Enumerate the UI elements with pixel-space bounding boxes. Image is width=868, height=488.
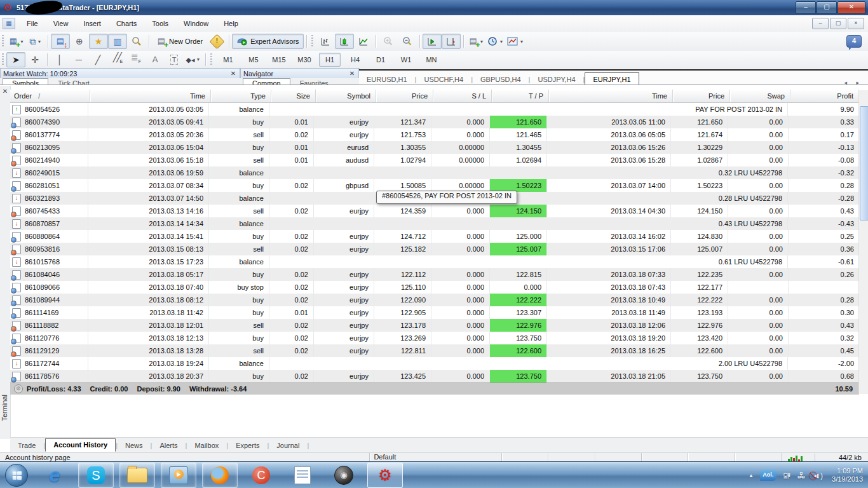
timeframe-m30[interactable]: M30	[294, 53, 315, 67]
mdi-minimize-button[interactable]: –	[812, 18, 829, 29]
show-hidden-icons-button[interactable]: ▲	[749, 473, 754, 478]
navigator-tab-common[interactable]: Common	[243, 78, 290, 85]
column-header-order[interactable]: Order/	[10, 90, 90, 102]
terminal-tab-alerts[interactable]: Alerts	[152, 440, 185, 452]
new-order-button[interactable]: ▤+ New Order	[152, 34, 207, 49]
aol-tray-icon[interactable]: Aol.	[760, 470, 776, 481]
chart-tab-scroll-arrows[interactable]: ◂ ▸	[844, 79, 863, 85]
cursor-tool-button[interactable]: ➤	[6, 52, 25, 67]
start-button[interactable]	[5, 464, 28, 487]
column-header-tp[interactable]: T / P	[492, 90, 549, 102]
terminal-tab-news[interactable]: News	[118, 440, 151, 452]
close-button[interactable]: ✕	[837, 1, 865, 14]
terminal-tab-trade[interactable]: Trade	[10, 440, 43, 452]
trendline-tool-button[interactable]: ╱	[88, 52, 107, 67]
toolbar-grip[interactable]	[210, 53, 213, 66]
menu-view[interactable]: View	[46, 17, 76, 30]
zoom-out-button[interactable]	[398, 34, 417, 49]
market-watch-header[interactable]: Market Watch: 10:09:23 ✕	[0, 68, 240, 78]
minimize-button[interactable]: –	[796, 1, 816, 14]
navigator-header[interactable]: Navigator ✕	[240, 68, 359, 78]
table-row[interactable]: ↓8610157682013.03.15 17:23balance0.61 LR…	[10, 255, 859, 268]
taskbar-internet-explorer-icon[interactable]: e	[37, 463, 72, 488]
timeframe-m15[interactable]: M15	[268, 53, 290, 67]
column-header-time[interactable]: Time	[549, 90, 673, 102]
timeframe-d1[interactable]: D1	[370, 53, 391, 67]
table-row[interactable]: 8610890662013.03.18 07:40buy stop0.02eur…	[10, 281, 859, 294]
table-row[interactable]: 8611291292013.03.18 13:28sell0.02eurjpy1…	[10, 344, 859, 357]
market-watch-close-icon[interactable]: ✕	[229, 70, 237, 77]
auto-scroll-button[interactable]	[423, 34, 442, 49]
table-row[interactable]: ↓8602490152013.03.06 19:59balance0.32 LR…	[10, 166, 859, 179]
terminal-tab-mailbox[interactable]: Mailbox	[187, 440, 226, 452]
market-watch-tab-symbols[interactable]: Symbols	[3, 78, 48, 85]
table-row[interactable]: 8608808642013.03.14 15:41buy0.02eurjpy12…	[10, 230, 859, 243]
arrows-tool-button[interactable]: ◆◂▼	[184, 52, 203, 67]
fibonacci-tool-button[interactable]: ≣F	[126, 52, 146, 67]
periods-button[interactable]: ▼	[485, 34, 505, 49]
column-header-time[interactable]: Time	[90, 90, 211, 102]
terminal-tab-journal[interactable]: Journal	[269, 440, 307, 452]
column-header-profit[interactable]: Profit	[790, 90, 859, 102]
toolbar-grip[interactable]	[1, 53, 4, 66]
table-row[interactable]: 8610899442013.03.18 08:12buy0.02eurjpy12…	[10, 294, 859, 306]
column-header-symbol[interactable]: Symbol	[316, 90, 376, 102]
timeframe-m1[interactable]: M1	[217, 53, 239, 67]
notification-bubble[interactable]: 4	[846, 35, 862, 48]
column-header-type[interactable]: Type	[211, 90, 271, 102]
line-chart-button[interactable]	[354, 34, 373, 49]
vertical-scrollbar[interactable]	[858, 90, 868, 394]
menu-help[interactable]: Help	[216, 17, 246, 30]
equidistant-channel-tool-button[interactable]: ╱╱E	[107, 52, 126, 67]
taskbar-ccleaner-icon[interactable]: C	[243, 463, 279, 488]
table-row[interactable]: 8611141692013.03.18 11:42buy0.01eurjpy12…	[10, 306, 859, 319]
table-row[interactable]: 8611785762013.03.18 20:37buy0.02eurjpy12…	[10, 370, 859, 383]
taskbar-media-badge-icon[interactable]: ◉	[326, 463, 362, 488]
timeframe-mn[interactable]: MN	[421, 53, 442, 67]
market-watch-tab-tick-chart[interactable]: Tick Chart	[48, 78, 99, 85]
market-watch-toggle-button[interactable]: ▤↕	[51, 34, 70, 49]
table-row[interactable]: 8601377742013.03.05 20:36sell0.02eurjpy1…	[10, 128, 859, 141]
chart-tab-eurjpy-h1[interactable]: EURJPY,H1	[585, 72, 639, 85]
taskbar-notepad-icon[interactable]	[285, 463, 320, 488]
crosshair-tool-button[interactable]: ✛	[25, 52, 44, 67]
volume-muted-tray-icon[interactable]: ◄)	[812, 471, 823, 480]
status-profile[interactable]: Default	[369, 453, 501, 462]
chart-tab-gbpusd-h4[interactable]: GBPUSD,H4	[473, 74, 529, 85]
chart-tab-eurusd-h1[interactable]: EURUSD,H1	[359, 74, 415, 85]
timeframe-m5[interactable]: M5	[243, 53, 264, 67]
table-row[interactable]: 8609538162013.03.15 08:13sell0.02eurjpy1…	[10, 243, 859, 255]
column-header-size[interactable]: Size	[271, 90, 316, 102]
expert-advisors-button[interactable]: Expert Advisors	[232, 34, 303, 49]
timeframe-h1[interactable]: H1	[319, 53, 341, 67]
profiles-button[interactable]: ⧉▼	[26, 34, 45, 49]
menu-tools[interactable]: Tools	[144, 17, 176, 30]
text-label-tool-button[interactable]: T	[165, 52, 184, 67]
column-header-sl[interactable]: S / L	[433, 90, 492, 102]
mdi-close-button[interactable]: ×	[848, 18, 864, 29]
column-header-swap[interactable]: Swap	[730, 90, 790, 102]
mdi-restore-button[interactable]: ▢	[830, 18, 846, 29]
taskbar-skype-icon[interactable]: S	[78, 463, 114, 488]
bar-chart-button[interactable]	[316, 34, 335, 49]
chart-tab-usdjpy-h4[interactable]: USDJPY,H4	[530, 74, 583, 85]
table-row[interactable]: 8611207762013.03.18 12:13buy0.02eurjpy12…	[10, 332, 859, 344]
data-window-button[interactable]: ⊕	[70, 34, 89, 49]
table-row[interactable]: 8602130952013.03.06 15:04buy0.01eurusd1.…	[10, 141, 859, 154]
table-row[interactable]: 8611188822013.03.18 12:01sell0.02eurjpy1…	[10, 319, 859, 332]
text-tool-button[interactable]: A	[146, 52, 165, 67]
network-tray-icon[interactable]: 🖧	[797, 471, 806, 480]
maximize-button[interactable]: ▢	[817, 1, 837, 14]
scrollbar-thumb[interactable]	[860, 106, 868, 220]
chart-tab-usdchf-h4[interactable]: USDCHF,H4	[416, 74, 471, 85]
menu-insert[interactable]: Insert	[76, 17, 109, 30]
terminal-tab-experts[interactable]: Experts	[228, 440, 267, 452]
navigator-close-icon[interactable]: ✕	[348, 70, 356, 77]
toolbar-grip[interactable]	[311, 35, 314, 48]
terminal-toggle-button[interactable]: ▥	[108, 34, 127, 49]
vertical-line-tool-button[interactable]: │	[50, 52, 69, 67]
zoom-in-button[interactable]	[379, 34, 398, 49]
terminal-tab-account-history[interactable]: Account History	[45, 438, 116, 452]
menu-window[interactable]: Window	[176, 17, 216, 30]
timeframe-h4[interactable]: H4	[344, 53, 366, 67]
